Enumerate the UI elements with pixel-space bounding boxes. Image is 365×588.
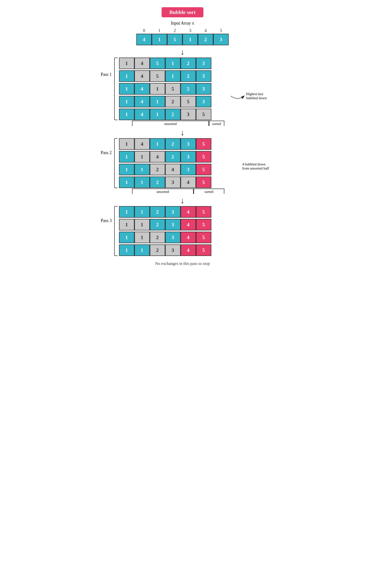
array-cell: 3	[165, 176, 181, 188]
array-row: 141235	[119, 109, 211, 120]
array-cell: 1	[150, 109, 165, 120]
arrow-down-2: ↓	[91, 128, 274, 137]
array-cell: 3	[196, 96, 211, 107]
array-cell: 4	[181, 244, 196, 256]
array-cell: 5	[150, 70, 165, 82]
array-cell: 1	[119, 70, 134, 82]
input-array: 415123	[136, 34, 229, 45]
array-row: 112345	[119, 206, 211, 218]
array-cell: 5	[150, 58, 165, 69]
array-cell: 5	[196, 151, 211, 163]
pass2-label: Pass 2	[101, 150, 112, 155]
array-cell: 2	[181, 83, 196, 95]
array-cell: 2	[150, 219, 165, 230]
subtitle: Input Array x	[91, 21, 274, 26]
array-cell: 5	[181, 96, 196, 107]
array-cell: 4	[181, 176, 196, 188]
index-label: 5	[213, 28, 229, 33]
array-cell: 1	[134, 232, 150, 243]
array-cell: 5	[196, 109, 211, 120]
array-cell: 1	[119, 232, 134, 243]
array-cell: 3	[165, 232, 181, 243]
pass2-bracket	[114, 138, 118, 188]
array-cell: 5	[196, 164, 211, 175]
array-cell: 4	[136, 34, 152, 45]
array-cell: 1	[150, 96, 165, 107]
input-array-section: 012345 415123	[91, 28, 274, 45]
array-cell: 5	[196, 138, 211, 150]
array-cell: 3	[181, 164, 196, 175]
array-row: 112345	[119, 232, 211, 243]
arrow-down-3: ↓	[91, 196, 274, 205]
array-cell: 4	[134, 70, 150, 82]
array-cell: 3	[181, 109, 196, 120]
array-row: 141523	[119, 83, 211, 95]
pass3-bracket	[114, 206, 118, 256]
array-cell: 4	[181, 232, 196, 243]
array-cell: 2	[181, 70, 196, 82]
pass1-rows: 145123145123141523141253141235	[119, 58, 211, 120]
array-row: 141253	[119, 96, 211, 107]
array-cell: 2	[150, 164, 165, 175]
array-cell: 3	[165, 219, 181, 230]
array-cell: 5	[196, 244, 211, 256]
pass1-bottom-labels: unsortedsorted	[101, 121, 264, 126]
array-cell: 4	[134, 83, 150, 95]
sorted-label: sorted	[194, 189, 224, 194]
array-row: 114235	[119, 151, 211, 163]
pass2-annotation: 4 bubbled downfrom unsorted half	[242, 162, 269, 170]
array-cell: 3	[196, 58, 211, 69]
array-cell: 1	[119, 109, 134, 120]
array-cell: 1	[134, 164, 150, 175]
array-cell: 1	[165, 58, 181, 69]
pass1-bracket	[114, 58, 118, 120]
array-cell: 1	[119, 151, 134, 163]
array-cell: 1	[134, 176, 150, 188]
array-cell: 1	[119, 219, 134, 230]
array-row: 141235	[119, 138, 211, 150]
array-cell: 2	[165, 151, 181, 163]
array-cell: 3	[213, 34, 229, 45]
array-cell: 4	[134, 58, 150, 69]
array-cell: 3	[181, 138, 196, 150]
pass2-rows: 141235114235112435112345	[119, 138, 211, 188]
arrow-down-1: ↓	[91, 48, 274, 57]
pass2-bottom-labels: unsortedsorted	[101, 189, 264, 194]
pass3-label: Pass 3	[101, 218, 112, 223]
array-cell: 1	[119, 206, 134, 218]
array-cell: 5	[196, 206, 211, 218]
array-row: 145123	[119, 70, 211, 82]
array-cell: 4	[165, 164, 181, 175]
final-note: No exchanges in this pass so stop	[91, 261, 274, 266]
array-cell: 5	[196, 219, 211, 230]
array-cell: 2	[150, 206, 165, 218]
array-cell: 1	[134, 219, 150, 230]
page-title: Bubble sort	[161, 7, 203, 17]
array-cell: 3	[165, 206, 181, 218]
array-cell: 1	[165, 70, 181, 82]
pass3-rows: 112345112345112345112345	[119, 206, 211, 256]
pass1-label: Pass 1	[101, 72, 112, 77]
array-cell: 4	[134, 96, 150, 107]
array-cell: 2	[181, 58, 196, 69]
bottom-labels-wrapper: unsortedsorted	[132, 121, 264, 126]
array-cell: 1	[134, 244, 150, 256]
array-row: 112435	[119, 164, 211, 175]
array-cell: 2	[198, 34, 213, 45]
sorted-label: sorted	[209, 121, 224, 126]
array-cell: 4	[181, 206, 196, 218]
array-cell: 3	[196, 83, 211, 95]
bottom-labels-wrapper: unsortedsorted	[132, 189, 264, 194]
array-cell: 2	[150, 176, 165, 188]
array-cell: 1	[150, 83, 165, 95]
index-label: 4	[198, 28, 213, 33]
array-cell: 1	[119, 138, 134, 150]
array-row: 112345	[119, 219, 211, 230]
array-row: 112345	[119, 244, 211, 256]
array-cell: 1	[182, 34, 198, 45]
index-label: 0	[136, 28, 152, 33]
array-cell: 2	[165, 109, 181, 120]
array-cell: 1	[119, 96, 134, 107]
array-cell: 5	[196, 176, 211, 188]
array-cell: 2	[165, 96, 181, 107]
